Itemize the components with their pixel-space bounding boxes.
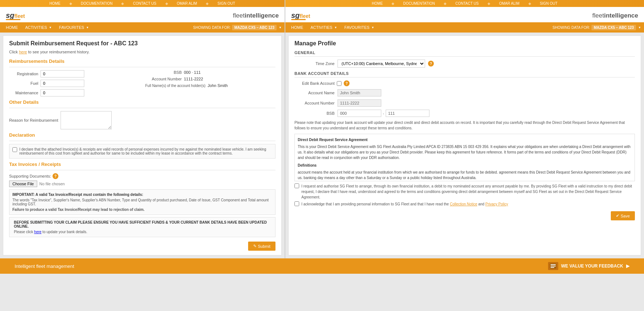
bsb-group: · [338, 110, 429, 117]
checkbox-row-1: I request and authorise SG Fleet to arra… [294, 183, 635, 200]
supporting-docs-label: Supporting Documents: [9, 174, 51, 178]
edit-bank-checkbox[interactable] [337, 81, 342, 86]
left-logo-bar: sg fleet fleetintelligence [6, 9, 279, 22]
vehicle-dropdown-icon: ▼ [279, 26, 282, 29]
registration-row: Registration [9, 70, 139, 77]
right-showing-data: SHOWING DATA FOR: MAZDA CX5 – ABC 123 ▼ [552, 25, 641, 30]
account-number-row: Account Number 1111-2222 [145, 77, 275, 81]
maintenance-input[interactable] [41, 89, 84, 96]
submit-icon: ✎ [253, 244, 257, 249]
left-sgfleet-logo: sg fleet [6, 11, 25, 20]
right-sgfleet-logo: sg fleet [291, 11, 310, 20]
submit-btn-row: ✎ Submit [9, 242, 275, 251]
authorise-checkbox[interactable] [294, 183, 299, 188]
collection-notice-link[interactable]: Collection Notice [450, 202, 477, 206]
feedback-icon [548, 262, 558, 270]
account-number-row: Account Number [294, 99, 635, 107]
history-link[interactable]: here [19, 50, 27, 54]
declaration-checkbox[interactable] [12, 147, 17, 152]
reason-textarea[interactable] [61, 111, 112, 129]
right-nav-home[interactable]: HOME [372, 1, 383, 5]
right-panel-content: Manage Profile GENERAL Time Zone (UTC+10… [288, 35, 641, 255]
bsb-row: BSB 000 · 111 [145, 70, 275, 75]
reimbursements-form: Registration Fuel Maintenance [9, 70, 275, 96]
checkbox-row-2: I acknowledge that I am providing person… [294, 201, 635, 207]
feedback-text: WE VALUE YOUR FEEDBACK [561, 263, 623, 269]
declaration-box: I declare that the attached Invoice(s) &… [9, 144, 275, 159]
favourites-dropdown-icon: ▼ [86, 26, 89, 29]
maintenance-row: Maintenance [9, 89, 139, 96]
left-nav-contact[interactable]: CONTACT US [133, 1, 156, 5]
right-sub-nav: HOME ACTIVITIES ▼ FAVOURITES ▼ SHOWING D… [285, 22, 644, 33]
right-nav-documentation[interactable]: DOCUMENTATION [403, 1, 435, 5]
privacy-policy-link[interactable]: Privacy Policy [485, 202, 508, 206]
bank-details-link[interactable]: here [34, 230, 42, 234]
full-name-row: Full Name(s) of the account holder(s) Jo… [145, 83, 275, 88]
ddr-definitions-title: Definitions [298, 163, 632, 168]
right-subnav-favourites[interactable]: FAVOURITES ▼ [342, 24, 377, 31]
right-activities-dropdown-icon: ▼ [334, 26, 337, 29]
left-subnav-favourites[interactable]: FAVOURITES ▼ [56, 24, 92, 31]
right-nav-signout[interactable]: SIGN OUT [540, 1, 558, 5]
manage-profile-title: Manage Profile [294, 40, 635, 47]
footer-text: Intelligent fleet management [15, 263, 74, 269]
supporting-docs-section: Supporting Documents: ? Choose File No f… [9, 173, 275, 187]
left-subnav-activities[interactable]: ACTIVITIES ▼ [22, 24, 55, 31]
right-nav-user[interactable]: OMAR ALIM [499, 1, 520, 5]
account-name-input[interactable] [338, 89, 381, 96]
declaration-title: Declaration [9, 132, 275, 138]
activities-dropdown-icon: ▼ [49, 26, 52, 29]
reason-row: Reason for Reimbursement [9, 111, 275, 129]
feedback-arrow-icon: ▶ [626, 263, 629, 269]
registration-input[interactable] [41, 70, 84, 77]
ddr-account: account means the account held at your f… [298, 170, 632, 181]
right-favourites-dropdown-icon: ▼ [371, 26, 374, 29]
timezone-select[interactable]: (UTC+10:00) Canberra, Melbourne, Sydney … [338, 60, 425, 68]
right-subnav-home[interactable]: HOME [288, 24, 306, 31]
svg-rect-3 [551, 267, 554, 268]
submit-button[interactable]: ✎ Submit [248, 242, 275, 251]
bsb-row-profile: BSB · [294, 110, 635, 117]
save-button[interactable]: ✔ Save [611, 211, 635, 220]
save-icon: ✔ [616, 213, 619, 218]
bsb-part2-input[interactable] [386, 110, 429, 117]
fuel-input[interactable] [41, 80, 84, 87]
left-showing-data: SHOWING DATA FOR: MAZDA CX5 – ABC 123 ▼ [193, 25, 282, 30]
notice-text: Please note that updating your bank acco… [294, 120, 635, 131]
right-vehicle-dropdown-icon: ▼ [638, 26, 641, 29]
click-here-text: Click here to see your reimbursement his… [9, 50, 275, 54]
svg-rect-2 [551, 266, 556, 266]
right-subnav-activities[interactable]: ACTIVITIES ▼ [308, 24, 340, 31]
timezone-row: Time Zone (UTC+10:00) Canberra, Melbourn… [294, 60, 635, 68]
left-subnav-home[interactable]: HOME [3, 24, 21, 31]
general-section-header: GENERAL [294, 50, 635, 57]
ddr-intro: This is your Direct Debit Service Agreem… [298, 144, 632, 160]
save-btn-row: ✔ Save [294, 211, 635, 220]
feedback-section[interactable]: WE VALUE YOUR FEEDBACK ▶ [548, 262, 629, 270]
other-details-title: Other Details [9, 99, 275, 105]
ddr-title: Direct Debit Request Service Agreement [298, 137, 632, 143]
account-name-row: Account Name [294, 89, 635, 96]
right-fleet-intelligence-logo: fleetintelligence [592, 12, 638, 19]
bsb-part1-input[interactable] [338, 110, 381, 117]
no-file-text: No file chosen [39, 182, 65, 186]
edit-bank-help-icon[interactable]: ? [344, 80, 350, 86]
timezone-help-icon[interactable]: ? [428, 61, 434, 67]
acknowledge-checkbox[interactable] [294, 201, 299, 206]
account-number-input[interactable] [338, 99, 381, 107]
supporting-docs-help-icon[interactable]: ? [53, 173, 58, 179]
choose-file-button[interactable]: Choose File [9, 181, 37, 187]
right-nav-contact[interactable]: CONTACT US [455, 1, 479, 5]
declaration-label[interactable]: I declare that the attached Invoice(s) &… [12, 147, 272, 155]
tax-invoices-title: Tax Invoices / Receipts [9, 162, 275, 167]
left-nav-user[interactable]: OMAR ALIM [177, 1, 197, 5]
footer: Intelligent fleet management WE VALUE YO… [0, 258, 644, 274]
page-title: Submit Reimbursement Request for - ABC 1… [9, 40, 275, 47]
left-nav-signout[interactable]: SIGN OUT [217, 1, 235, 5]
left-top-nav: HOME ◆ DOCUMENTATION ◆ CONTACT US ◆ OMAR… [0, 0, 285, 7]
ddr-box[interactable]: Direct Debit Request Service Agreement T… [294, 134, 635, 181]
fuel-row: Fuel [9, 80, 139, 87]
left-sub-nav: HOME ACTIVITIES ▼ FAVOURITES ▼ SHOWING D… [0, 22, 285, 33]
left-nav-home[interactable]: HOME [50, 1, 61, 5]
left-nav-documentation[interactable]: DOCUMENTATION [81, 1, 113, 5]
